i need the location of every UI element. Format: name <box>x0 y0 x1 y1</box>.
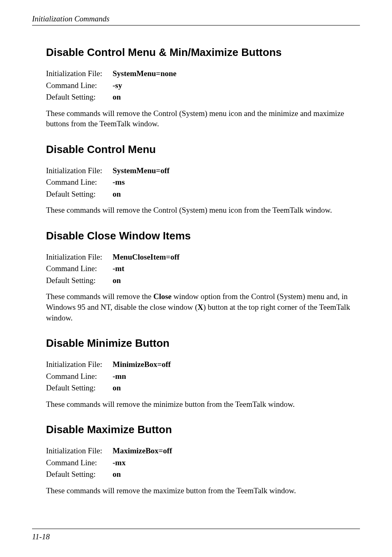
section-heading: Disable Maximize Button <box>46 423 360 436</box>
field-row-init: Initialization File: SystemMenu=off <box>46 165 360 177</box>
field-value: -mn <box>113 371 126 383</box>
field-label: Initialization File: <box>46 165 113 177</box>
body-text: These commands will remove the maximize … <box>46 485 360 496</box>
field-row-cmd: Command Line: -sy <box>46 80 360 92</box>
running-header: Initialization Commands <box>32 14 360 23</box>
body-part: These commands will remove the minimize … <box>46 400 295 408</box>
section-heading: Disable Close Window Items <box>46 230 360 242</box>
body-part: These commands will remove the Control (… <box>46 109 344 128</box>
field-row-cmd: Command Line: -mx <box>46 457 360 469</box>
field-value: on <box>113 275 121 287</box>
field-value: on <box>113 382 121 394</box>
body-part: These commands will remove the <box>46 292 153 301</box>
body-part: These commands will remove the Control (… <box>46 206 332 214</box>
field-value: SystemMenu=none <box>113 68 176 80</box>
field-label: Initialization File: <box>46 68 113 80</box>
field-label: Initialization File: <box>46 359 113 371</box>
field-row-cmd: Command Line: -mn <box>46 371 360 383</box>
field-row-default: Default Setting: on <box>46 469 360 480</box>
body-text: These commands will remove the Close win… <box>46 291 360 323</box>
field-label: Default Setting: <box>46 469 113 480</box>
body-text: These commands will remove the minimize … <box>46 399 360 410</box>
page-content: Disable Control Menu & Min/Maximize Butt… <box>32 46 360 496</box>
field-row-default: Default Setting: on <box>46 188 360 200</box>
field-row-init: Initialization File: MaximizeBox=off <box>46 445 360 457</box>
field-value: -ms <box>113 176 125 188</box>
body-text: These commands will remove the Control (… <box>46 205 360 216</box>
body-bold: Close <box>153 292 171 301</box>
page-number: 11-18 <box>32 532 50 541</box>
field-value: SystemMenu=off <box>113 165 170 177</box>
field-row-init: Initialization File: MenuCloseItem=off <box>46 251 360 263</box>
body-text: These commands will remove the Control (… <box>46 108 360 129</box>
field-row-cmd: Command Line: -ms <box>46 176 360 188</box>
field-label: Command Line: <box>46 263 113 275</box>
field-group: Initialization File: MaximizeBox=off Com… <box>46 445 360 480</box>
field-group: Initialization File: MinimizeBox=off Com… <box>46 359 360 394</box>
section-heading: Disable Control Menu & Min/Maximize Butt… <box>46 46 360 59</box>
field-label: Command Line: <box>46 371 113 383</box>
section-heading: Disable Control Menu <box>46 143 360 156</box>
field-value: MenuCloseItem=off <box>113 251 180 263</box>
field-group: Initialization File: SystemMenu=none Com… <box>46 68 360 103</box>
field-label: Default Setting: <box>46 188 113 200</box>
field-row-init: Initialization File: MinimizeBox=off <box>46 359 360 371</box>
field-group: Initialization File: SystemMenu=off Comm… <box>46 165 360 200</box>
field-value: MinimizeBox=off <box>113 359 171 371</box>
field-group: Initialization File: MenuCloseItem=off C… <box>46 251 360 287</box>
field-row-default: Default Setting: on <box>46 91 360 103</box>
field-value: on <box>113 188 121 200</box>
field-label: Command Line: <box>46 457 113 469</box>
field-label: Default Setting: <box>46 91 113 103</box>
field-value: on <box>113 469 121 480</box>
field-label: Initialization File: <box>46 445 113 457</box>
field-value: on <box>113 91 121 103</box>
field-label: Command Line: <box>46 176 113 188</box>
field-value: MaximizeBox=off <box>113 445 172 457</box>
field-label: Command Line: <box>46 80 113 92</box>
field-value: -sy <box>113 80 122 92</box>
body-bold: X <box>198 303 203 311</box>
field-label: Default Setting: <box>46 275 113 287</box>
field-label: Initialization File: <box>46 251 113 263</box>
field-value: -mt <box>113 263 124 275</box>
field-row-init: Initialization File: SystemMenu=none <box>46 68 360 80</box>
footer-rule <box>32 529 360 529</box>
field-row-default: Default Setting: on <box>46 382 360 394</box>
field-row-cmd: Command Line: -mt <box>46 263 360 275</box>
field-value: -mx <box>113 457 126 469</box>
body-part: These commands will remove the maximize … <box>46 486 296 495</box>
header-rule <box>32 25 360 26</box>
section-heading: Disable Minimize Button <box>46 337 360 350</box>
field-row-default: Default Setting: on <box>46 275 360 287</box>
field-label: Default Setting: <box>46 382 113 394</box>
